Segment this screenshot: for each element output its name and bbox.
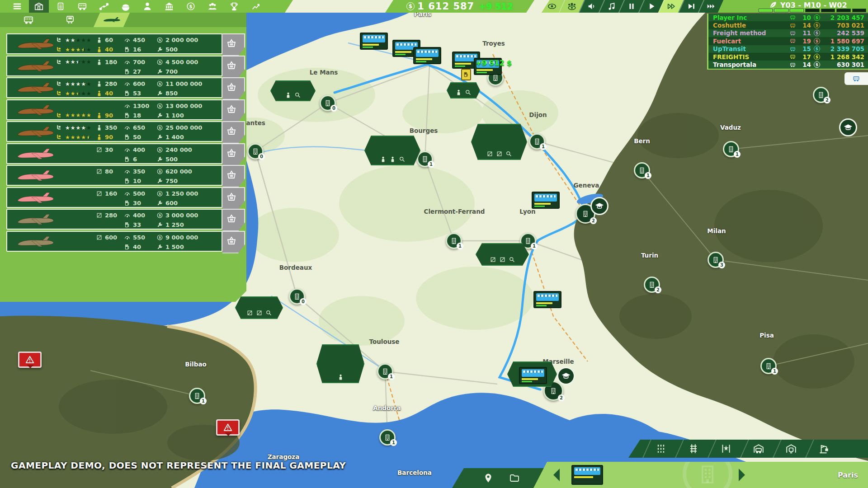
- buy-button[interactable]: [222, 165, 245, 188]
- prev-vehicle-button[interactable]: [553, 469, 560, 481]
- station-paris-a[interactable]: [447, 82, 480, 99]
- build-bus-depot-button[interactable]: [740, 440, 776, 458]
- depot-icon[interactable]: [29, 0, 49, 13]
- fuel-station-marker[interactable]: [461, 69, 471, 80]
- education-marker[interactable]: [590, 197, 609, 215]
- shop-tab-plane[interactable]: [94, 13, 130, 27]
- money-icon: $: [814, 54, 820, 60]
- folder-icon[interactable]: [509, 473, 520, 483]
- buy-button[interactable]: [222, 143, 245, 166]
- pilot-cap-icon[interactable]: [116, 0, 136, 13]
- routes-icon[interactable]: [94, 0, 114, 13]
- city-marker-bourges[interactable]: 1: [417, 151, 433, 167]
- education-marker[interactable]: [839, 118, 857, 136]
- city-marker-bordeaux[interactable]: 0: [289, 288, 305, 305]
- station-clermont[interactable]: [476, 243, 529, 266]
- leaderboard-row[interactable]: Coshuttle 14 $ 703 021: [708, 21, 868, 29]
- city-marker-clermont-ferrand[interactable]: 1: [446, 233, 462, 249]
- staff-icon[interactable]: [137, 0, 157, 13]
- vehicle-side-tab[interactable]: [844, 72, 868, 85]
- build-airport-button[interactable]: [708, 440, 744, 458]
- vehicle-card[interactable]: [532, 192, 560, 209]
- leaderboard-row[interactable]: Player Inc 10 $ 2 203 457: [708, 14, 868, 21]
- bus-icon[interactable]: [72, 0, 92, 13]
- aircraft-listing[interactable]: 80 350 10 620 000 750: [6, 165, 222, 186]
- maintenance-value: 1 250: [165, 221, 184, 228]
- leaderboard-row[interactable]: Fuelcart 19 $ 1 580 697: [708, 37, 868, 45]
- build-crane-button[interactable]: [805, 440, 841, 458]
- company-name: Transportala: [713, 61, 786, 68]
- station-bordeaux[interactable]: [235, 296, 283, 319]
- stats-icon[interactable]: [246, 0, 266, 13]
- aircraft-listing[interactable]: ★★★★★★★★★★ ★★★★★★★★★★ 280 40 600 53 11 0…: [6, 77, 222, 98]
- leaderboard-row[interactable]: Transportala 14 $ 630 301: [708, 61, 868, 68]
- build-train-depot-button[interactable]: [773, 440, 809, 458]
- city-marker-bern[interactable]: 1: [634, 162, 650, 178]
- leaderboard-row[interactable]: UpTransit 15 $ 2 339 705: [708, 45, 868, 53]
- buy-button[interactable]: [222, 209, 245, 231]
- vehicle-card[interactable]: [360, 33, 388, 50]
- aircraft-listing[interactable]: 600 550 40 9 000 000 1 500: [6, 231, 222, 252]
- station-count-badge: 1: [390, 439, 397, 446]
- aircraft-listing[interactable]: 30 400 6 240 000 500: [6, 143, 222, 164]
- station-le-mans[interactable]: [270, 80, 316, 101]
- documents-icon[interactable]: [51, 0, 71, 13]
- city-marker-le-mans[interactable]: 0: [320, 95, 336, 111]
- aircraft-listing[interactable]: ★★★★★★★★★★ ★★★★★★★★★★ 350 90 650 50 25 0…: [6, 121, 222, 142]
- city-marker-dijon[interactable]: 1: [529, 133, 545, 150]
- city-marker-pisa[interactable]: 1: [760, 358, 777, 374]
- next-vehicle-button[interactable]: [739, 469, 745, 481]
- selected-vehicle-card[interactable]: [571, 465, 603, 485]
- rating-stars: ★★★★★★★★★★: [65, 125, 92, 131]
- city-marker-east-edge[interactable]: 2: [813, 87, 829, 103]
- warning-marker[interactable]: [18, 352, 42, 368]
- aircraft-image: [15, 147, 55, 162]
- city-marker-toulouse[interactable]: 1: [377, 363, 393, 380]
- build-road-button[interactable]: [642, 440, 679, 458]
- station-bourges[interactable]: [364, 136, 420, 165]
- speed-value: 700: [133, 59, 145, 66]
- education-marker[interactable]: [557, 367, 575, 385]
- buy-button[interactable]: [222, 121, 245, 144]
- warning-marker[interactable]: [216, 419, 240, 436]
- pin-icon[interactable]: [483, 473, 494, 483]
- station-dijon[interactable]: [471, 124, 527, 160]
- vehicle-progress-bar: [574, 476, 593, 478]
- city-marker-milan[interactable]: 3: [708, 252, 724, 268]
- city-marker-nantes[interactable]: 0: [247, 143, 264, 160]
- buy-button[interactable]: [222, 99, 245, 122]
- city-marker-bilbao[interactable]: 1: [189, 388, 205, 404]
- shop-tab-bus[interactable]: [10, 13, 47, 27]
- vehicles-icon: [789, 14, 797, 20]
- bank-icon[interactable]: [159, 0, 179, 13]
- buy-button[interactable]: [222, 77, 245, 100]
- vehicle-card[interactable]: [413, 47, 441, 64]
- menu-icon[interactable]: [7, 0, 27, 13]
- city-marker-turin[interactable]: 2: [644, 277, 660, 293]
- aircraft-image: [15, 60, 55, 74]
- leaderboard-row[interactable]: FREIGHTIS 17 $ 1 268 342: [708, 53, 868, 61]
- aircraft-listing[interactable]: 280 400 33 3 000 000 1 250: [6, 209, 222, 230]
- station-count-badge: 1: [428, 161, 434, 168]
- shop-tab-train[interactable]: [52, 13, 88, 27]
- vehicle-card[interactable]: [533, 291, 561, 308]
- pax-capacity-alt: 40: [105, 90, 113, 97]
- station-toulouse[interactable]: [316, 344, 364, 383]
- cargo-capacity: 600: [105, 234, 117, 241]
- buy-button[interactable]: [222, 231, 245, 253]
- aircraft-listing[interactable]: 160 500 30 1 250 000 600: [6, 187, 222, 208]
- crowd-icon[interactable]: [203, 0, 222, 13]
- trophy-icon[interactable]: [224, 0, 244, 13]
- exchange-icon[interactable]: [181, 0, 201, 13]
- buy-button[interactable]: [222, 187, 245, 210]
- buy-button[interactable]: [222, 33, 245, 56]
- city-marker-andorra[interactable]: 1: [379, 429, 396, 446]
- aircraft-listing[interactable]: ★★★★★★★★★★ ★★★★★★★★★★ 60 40 450 16 2 000…: [6, 33, 222, 54]
- leaderboard-row[interactable]: Freight method 11 $ 242 539: [708, 29, 868, 37]
- city-marker-vaduz[interactable]: 1: [723, 141, 739, 157]
- aircraft-listing[interactable]: ★★★★★★★★★★ 90 1300 18 13 000 000 1 100: [6, 99, 222, 120]
- buy-button[interactable]: [222, 56, 245, 78]
- aircraft-listing[interactable]: ★★★★★★★★★★ 180 700 27 4 500 000 700: [6, 56, 222, 76]
- build-rail-button[interactable]: [675, 440, 711, 458]
- vehicle-card[interactable]: [519, 367, 547, 384]
